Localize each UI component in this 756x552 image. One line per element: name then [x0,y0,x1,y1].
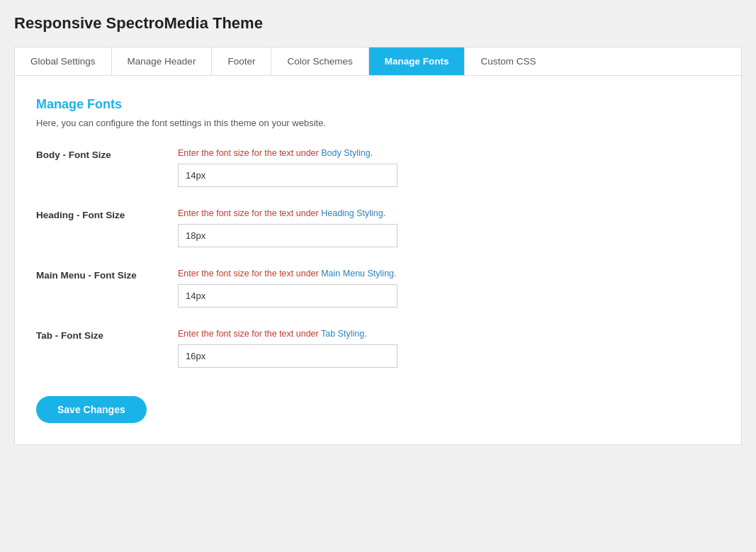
tab-manage-fonts[interactable]: Manage Fonts [369,47,466,75]
page-title: Responsive SpectroMedia Theme [14,14,742,33]
field-label-body-font-size: Body - Font Size [36,148,178,160]
field-wrap-heading-font-size: Enter the font size for the text under H… [178,208,720,247]
tab-color-schemes[interactable]: Color Schemes [271,47,368,75]
content-panel: Manage Fonts Here, you can configure the… [14,75,742,445]
input-body-font-size[interactable] [178,164,397,187]
input-heading-font-size[interactable] [178,224,397,247]
tabs-bar: Global SettingsManage HeaderFooterColor … [14,47,742,75]
field-label-heading-font-size: Heading - Font Size [36,208,178,220]
field-hint-body-font-size: Enter the font size for the text under B… [178,148,720,158]
field-wrap-body-font-size: Enter the font size for the text under B… [178,148,720,187]
field-wrap-main-menu-font-size: Enter the font size for the text under M… [178,269,720,308]
panel-title: Manage Fonts [36,97,720,112]
form-row-heading-font-size: Heading - Font SizeEnter the font size f… [36,208,720,247]
panel-description: Here, you can configure the font setting… [36,118,720,128]
form-row-body-font-size: Body - Font SizeEnter the font size for … [36,148,720,187]
tab-manage-header[interactable]: Manage Header [112,47,213,75]
field-wrap-tab-font-size: Enter the font size for the text under T… [178,329,720,368]
save-button[interactable]: Save Changes [36,396,147,423]
field-hint-heading-font-size: Enter the font size for the text under H… [178,208,720,218]
form-row-main-menu-font-size: Main Menu - Font SizeEnter the font size… [36,269,720,308]
input-tab-font-size[interactable] [178,344,397,368]
field-hint-tab-font-size: Enter the font size for the text under T… [178,329,720,339]
form-row-tab-font-size: Tab - Font SizeEnter the font size for t… [36,329,720,368]
tab-custom-css[interactable]: Custom CSS [465,47,551,75]
field-label-main-menu-font-size: Main Menu - Font Size [36,269,178,281]
field-hint-main-menu-font-size: Enter the font size for the text under M… [178,269,720,278]
input-main-menu-font-size[interactable] [178,284,397,308]
field-label-tab-font-size: Tab - Font Size [36,329,178,341]
tab-footer[interactable]: Footer [212,47,271,75]
tab-global-settings[interactable]: Global Settings [15,47,112,75]
